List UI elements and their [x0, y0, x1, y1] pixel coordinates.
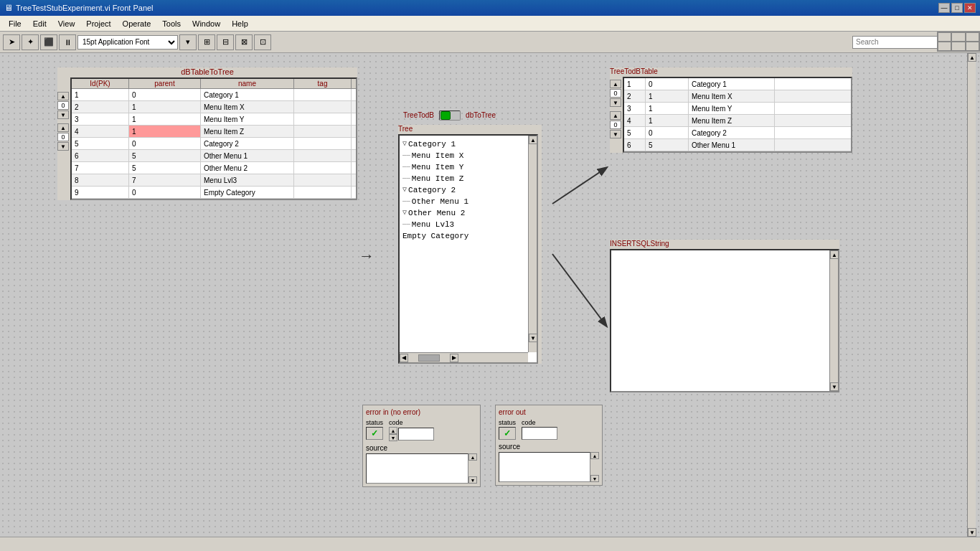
minimize-button[interactable]: — [938, 3, 950, 13]
cell-tag [294, 101, 352, 113]
status-bar [0, 537, 980, 551]
list-item[interactable]: ▽Other Menu 2 [402, 207, 534, 219]
error-in-source-area: source ▲ ▼ [366, 444, 477, 484]
list-item[interactable]: ──Menu Lvl3 [402, 219, 534, 230]
tree-table-scroll-up[interactable]: ▲ [610, 80, 621, 88]
tree-cell-3: Menu Item Z [689, 115, 775, 126]
list-item[interactable]: ──Other Menu 1 [402, 196, 534, 207]
toggle-switch[interactable] [439, 110, 461, 121]
tree-cell-2: 0 [646, 78, 689, 90]
tree-cell-2: 1 [646, 103, 689, 114]
tree-label: Tree [398, 125, 542, 133]
cell-tag [294, 89, 352, 100]
reorder-button[interactable]: ⊡ [254, 34, 271, 50]
canvas-scroll-v[interactable]: ▲ ▼ [967, 53, 976, 537]
grid-cell-3[interactable] [966, 32, 979, 42]
error-out-status-control[interactable]: ✓ [499, 427, 516, 440]
error-out-status-field: status ✓ [499, 419, 516, 440]
list-item[interactable]: ▽Category 2 [402, 184, 534, 196]
tree-cell-3: Category 2 [689, 127, 775, 138]
menu-window[interactable]: Window [187, 18, 226, 29]
scroll-down2[interactable]: ▼ [57, 142, 69, 151]
list-item[interactable]: ──Menu Item Z [402, 173, 534, 184]
menu-bar: File Edit View Project Operate Tools Win… [0, 16, 980, 32]
cell-tag [294, 113, 352, 125]
pause-button[interactable]: ⏸ [59, 34, 76, 50]
tree-scroll-v[interactable]: ▲ ▼ [528, 136, 537, 352]
code-down-arrow[interactable]: ▼ [389, 434, 397, 441]
error-out-source-input[interactable] [499, 452, 590, 482]
tree-table-scroll-down2[interactable]: ▼ [610, 130, 621, 138]
error-out-code-input[interactable]: 0 [522, 427, 557, 440]
error-in-status-field: status ✓ [366, 419, 383, 441]
insert-sql-scroll-v[interactable]: ▲ ▼ [829, 250, 838, 391]
list-item[interactable]: Empty Category [402, 230, 534, 242]
tree-cell-1: 3 [624, 103, 646, 114]
tree-scroll-thumb[interactable] [418, 354, 440, 362]
grid-cell-2[interactable] [951, 32, 965, 42]
distribute-button[interactable]: ⊟ [217, 34, 234, 50]
cell-parent: 1 [129, 101, 201, 113]
table-row: 41Menu Item Z [624, 115, 851, 127]
grid-cell-1[interactable] [938, 32, 951, 42]
align-button[interactable]: ⊞ [198, 34, 215, 50]
tree-cell-1: 4 [624, 115, 646, 126]
grid-cell-6[interactable] [966, 42, 979, 51]
menu-project[interactable]: Project [80, 18, 116, 29]
canvas-scroll-down[interactable]: ▼ [968, 528, 976, 537]
search-input[interactable] [852, 36, 946, 49]
out-src-scroll-down[interactable]: ▼ [590, 475, 599, 482]
tree-body[interactable]: ▽Category 1 ──Menu Item X ──Menu Item Y … [398, 134, 538, 364]
list-item[interactable]: ──Menu Item X [402, 150, 534, 161]
cell-id: 5 [72, 138, 129, 149]
error-out-title: error out [499, 408, 599, 416]
error-out-code-label: code [522, 419, 557, 426]
menu-view[interactable]: View [52, 18, 81, 29]
menu-file[interactable]: File [3, 18, 27, 29]
table-row: 31Menu Item Y [72, 113, 356, 126]
canvas-scroll-up[interactable]: ▲ [968, 53, 976, 62]
cell-name: Menu Item Z [201, 126, 294, 137]
font-selector[interactable]: 15pt Application Font [77, 35, 178, 50]
error-in-status-control[interactable]: ✓ [366, 427, 383, 440]
table-row: 65Other Menu 1 [624, 139, 851, 151]
error-in-code-input[interactable]: 0 [398, 428, 434, 441]
abort-button[interactable]: ⬛ [40, 34, 57, 50]
list-item[interactable]: ──Menu Item Y [402, 161, 534, 173]
scroll-up2[interactable]: ▲ [57, 123, 69, 132]
resize-button[interactable]: ⊠ [235, 34, 253, 50]
tree-scroll-left[interactable]: ◀ [400, 354, 408, 362]
menu-operate[interactable]: Operate [117, 18, 157, 29]
app-icon: 🖥 [4, 3, 13, 13]
scroll-up-arrow[interactable]: ▲ [57, 92, 69, 100]
main-arrow: → [359, 247, 374, 265]
font-size-down[interactable]: ▾ [179, 34, 197, 50]
menu-tools[interactable]: Tools [156, 18, 187, 29]
insert-sql-body[interactable]: ▲ ▼ [610, 249, 839, 392]
src-scroll-down[interactable]: ▼ [468, 476, 477, 484]
src-scroll-up[interactable]: ▲ [468, 453, 477, 461]
tree-scroll-h[interactable]: ◀ ▶ [400, 352, 528, 362]
tree-scroll-down[interactable]: ▼ [529, 334, 537, 342]
tree-scroll-right[interactable]: ▶ [450, 354, 458, 362]
error-in-source-input[interactable] [366, 453, 468, 484]
menu-help[interactable]: Help [226, 18, 254, 29]
menu-edit[interactable]: Edit [27, 18, 52, 29]
error-in-code-arrows: ▲ ▼ [389, 427, 397, 441]
tree-table-scroll-up2[interactable]: ▲ [610, 111, 621, 120]
sql-scroll-up[interactable]: ▲ [830, 250, 839, 259]
list-item[interactable]: ▽Category 1 [402, 138, 534, 150]
grid-cell-4[interactable] [938, 42, 951, 51]
error-in-code-container: ▲ ▼ 0 [389, 427, 434, 441]
grid-cell-5[interactable] [951, 42, 965, 51]
code-up-arrow[interactable]: ▲ [389, 427, 397, 434]
tree-scroll-up[interactable]: ▲ [529, 136, 537, 144]
run-highlight-button[interactable]: ✦ [22, 34, 39, 50]
close-button[interactable]: ✕ [964, 3, 976, 13]
maximize-button[interactable]: □ [951, 3, 963, 13]
scroll-down-arrow[interactable]: ▼ [57, 110, 69, 119]
out-src-scroll-up[interactable]: ▲ [590, 452, 599, 459]
sql-scroll-down[interactable]: ▼ [830, 382, 839, 391]
run-arrow-button[interactable]: ➤ [3, 34, 20, 50]
tree-table-scroll-down[interactable]: ▼ [610, 98, 621, 107]
